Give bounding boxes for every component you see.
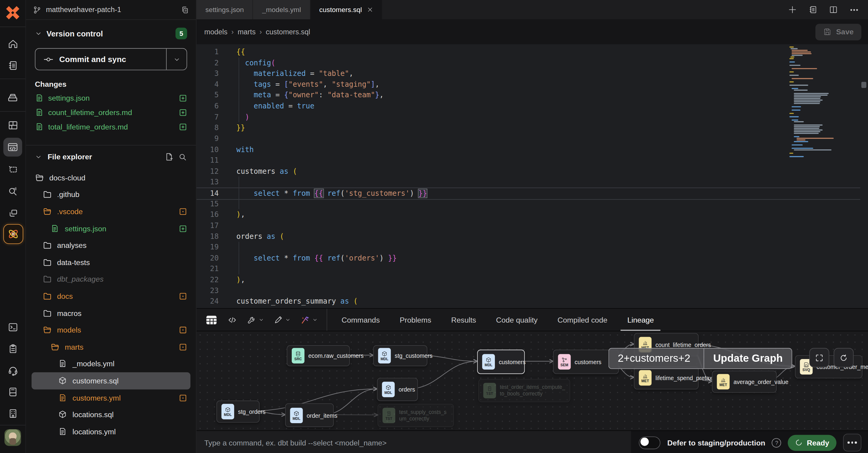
tst-node-icon: TST: [382, 408, 395, 423]
file-tree-item--github[interactable]: .github: [32, 186, 190, 203]
bottom-tab-commands[interactable]: Commands: [332, 309, 390, 331]
lineage-node-stg_orders[interactable]: MDL stg_orders: [216, 400, 259, 423]
lineage-node-test_order_items[interactable]: TST test_order_items_compute_to_bools_co…: [478, 379, 570, 402]
lineage-node-customers_mdl[interactable]: MDL customers: [477, 350, 525, 374]
notebook-icon[interactable]: [3, 56, 22, 75]
code-editor[interactable]: 1{{2 config(3 materialized = "table",4 t…: [196, 44, 868, 308]
lineage-node-test_supply[interactable]: TST test_supply_costs_sum_correctly: [378, 404, 454, 427]
clipboard-icon[interactable]: [3, 339, 22, 358]
lineage-node-order_items[interactable]: MDL order_items: [285, 403, 334, 427]
lineage-node-orders[interactable]: MDL orders: [377, 378, 418, 401]
ready-status-button[interactable]: Ready: [788, 434, 837, 451]
file-tree-item-models[interactable]: models: [32, 322, 190, 338]
changed-file-row[interactable]: total_lifetime_orders.md: [35, 120, 187, 134]
file-tree-item-locations-yml[interactable]: locations.yml: [32, 423, 190, 440]
breadcrumb-segment[interactable]: marts: [238, 28, 255, 36]
breadcrumb[interactable]: models›marts›customers.sql: [204, 28, 310, 36]
lineage-node-raw_customers[interactable]: SRC ecom.raw_customers: [287, 345, 350, 366]
dbt-copilot-icon[interactable]: [3, 224, 23, 244]
terminal-icon[interactable]: [3, 318, 22, 336]
file-tree-item-macros[interactable]: macros: [32, 305, 190, 322]
file-tree-item-data-tests[interactable]: data-tests: [32, 254, 190, 271]
file-tree-item-customers-sql[interactable]: customers.sql: [32, 372, 190, 389]
file-tree-item--vscode[interactable]: .vscode: [32, 203, 190, 220]
close-icon[interactable]: [367, 7, 373, 13]
file-name: .github: [57, 191, 187, 199]
file-tree-item-customers-yml[interactable]: customers.yml: [32, 389, 190, 406]
notebook-panel-icon[interactable]: [808, 5, 818, 14]
copilot-fix-menu[interactable]: [300, 315, 318, 325]
chevron-down-icon[interactable]: [35, 153, 42, 161]
changed-file-row[interactable]: settings.json: [35, 91, 187, 105]
windows-icon[interactable]: [3, 204, 22, 222]
docs-book-icon[interactable]: [3, 382, 22, 401]
bottom-tab-code-quality[interactable]: Code quality: [486, 309, 548, 331]
file-tree-item--models-yml[interactable]: _models.yml: [32, 355, 190, 372]
file-tree-item-dbt-packages[interactable]: dbt_packages: [32, 271, 190, 288]
organization-icon[interactable]: [3, 404, 22, 423]
changed-file-row[interactable]: count_lifetime_orders.md: [35, 105, 187, 120]
more-options-icon[interactable]: [849, 5, 859, 15]
file-tree-item-docs-cloud[interactable]: docs-cloud: [32, 169, 190, 186]
home-icon[interactable]: [3, 34, 22, 53]
bottom-tab-lineage[interactable]: Lineage: [617, 309, 664, 331]
lineage-canvas[interactable]: 2+customers+2 Update Graph SRC ecom.raw_…: [196, 331, 868, 430]
new-file-icon[interactable]: [164, 152, 174, 161]
query-history-icon[interactable]: [3, 181, 22, 200]
defer-toggle[interactable]: [639, 436, 661, 449]
lineage-selector-input[interactable]: 2+customers+2: [609, 349, 704, 368]
line-number: 6: [196, 101, 218, 111]
compile-code-icon[interactable]: [227, 315, 238, 325]
help-question-icon[interactable]: ?: [772, 438, 781, 447]
branch-name[interactable]: matthewshaver-patch-1: [46, 5, 176, 14]
stack-drawer-icon[interactable]: [3, 88, 22, 107]
file-tree-item-analyses[interactable]: analyses: [32, 237, 190, 254]
user-avatar[interactable]: [4, 429, 21, 446]
split-editor-icon[interactable]: [829, 5, 838, 14]
fullscreen-button[interactable]: [809, 348, 829, 367]
dashboard-grid-icon[interactable]: [3, 116, 22, 134]
editor-scrollbar[interactable]: [860, 44, 867, 308]
lineage-node-lifetime_spend[interactable]: MET lifetime_spend_pretax: [634, 366, 699, 389]
node-label: test_supply_costs_sum_correctly: [399, 409, 449, 422]
tab-label: settings.json: [205, 6, 244, 13]
file-tree-item-docs[interactable]: docs: [32, 288, 190, 304]
file-tree-item-marts[interactable]: marts: [32, 338, 190, 355]
stage-plus-icon[interactable]: [179, 108, 187, 117]
support-headset-icon[interactable]: [3, 361, 22, 380]
code-editor-icon[interactable]: [3, 138, 22, 156]
status-more-button[interactable]: [843, 434, 861, 452]
search-icon[interactable]: [178, 153, 187, 161]
bottom-tab-results[interactable]: Results: [441, 309, 486, 331]
breadcrumb-segment[interactable]: models: [204, 28, 227, 36]
preview-table-icon[interactable]: [205, 315, 217, 325]
file-tree-item-settings-json[interactable]: settings.json: [32, 220, 190, 237]
format-menu[interactable]: [273, 315, 290, 325]
tab-customers-sql[interactable]: customers.sql: [310, 0, 382, 19]
bottom-tab-problems[interactable]: Problems: [390, 309, 441, 331]
copy-icon[interactable]: [181, 5, 189, 14]
update-graph-button[interactable]: Update Graph: [704, 349, 792, 368]
lineage-node-avg_order_value[interactable]: MET average_order_value: [712, 371, 777, 393]
tab--models-yml[interactable]: _models.yml: [253, 0, 310, 19]
file-tree-item-locations-sql[interactable]: locations.sql: [32, 406, 190, 423]
tab-settings-json[interactable]: settings.json: [196, 0, 253, 19]
visual-editor-icon[interactable]: [3, 160, 22, 179]
commit-options-caret[interactable]: [166, 49, 187, 70]
bottom-tab-compiled-code[interactable]: Compiled code: [548, 309, 618, 331]
command-input[interactable]: Type a command, ex. dbt build --select <…: [196, 431, 631, 453]
build-menu[interactable]: [247, 315, 264, 325]
stage-plus-icon[interactable]: [179, 123, 187, 131]
scrollbar-handle[interactable]: [861, 82, 867, 88]
chevron-down-icon[interactable]: [35, 30, 42, 37]
dbt-logo-icon[interactable]: [4, 4, 21, 21]
save-button[interactable]: Save: [815, 24, 861, 40]
folder-open-icon: [42, 325, 52, 335]
new-tab-plus-icon[interactable]: [788, 5, 797, 14]
stage-plus-icon[interactable]: [179, 94, 187, 102]
lineage-node-stg_customers[interactable]: MDL stg_customers: [373, 345, 427, 366]
commit-and-sync-button[interactable]: Commit and sync: [35, 48, 187, 70]
refresh-graph-button[interactable]: [834, 348, 854, 367]
breadcrumb-row: models›marts›customers.sql Save: [196, 19, 868, 44]
breadcrumb-segment[interactable]: customers.sql: [266, 28, 310, 36]
